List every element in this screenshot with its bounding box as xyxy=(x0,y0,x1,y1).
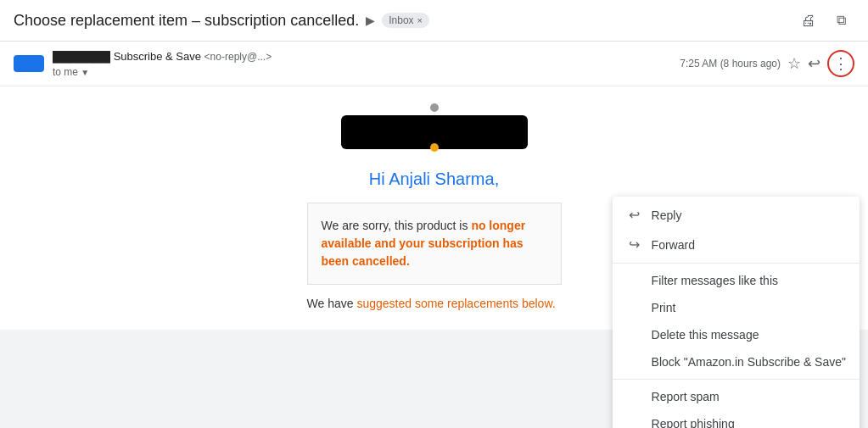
menu-item-filter[interactable]: Filter messages like this xyxy=(613,267,860,294)
menu-label-phishing: Report phishing xyxy=(652,417,735,428)
menu-label-forward: Forward xyxy=(652,238,695,252)
sender-name: ████████ Subscribe & Save <no-reply@...> xyxy=(53,50,272,63)
print-button[interactable]: 🖨 xyxy=(795,7,822,34)
menu-label-reply: Reply xyxy=(652,208,682,222)
sender-email: <no-reply@...> xyxy=(204,51,272,63)
new-window-icon: ⧉ xyxy=(837,13,846,28)
dropdown-menu: ↩Reply↪ForwardFilter messages like thisP… xyxy=(613,197,860,428)
menu-item-delete[interactable]: Delete this message xyxy=(613,321,860,348)
para1-text1: We are sorry, this product is xyxy=(322,219,472,232)
top-actions: 🖨 ⧉ xyxy=(795,7,854,34)
email-greeting: Hi Anjali Sharma, xyxy=(369,170,499,189)
menu-item-block[interactable]: Block "Amazon.in Subscribe & Save" xyxy=(613,348,860,375)
to-me-chevron: ▼ xyxy=(81,68,89,77)
brand-logo xyxy=(341,115,528,149)
menu-icon-reply: ↩ xyxy=(626,207,643,223)
menu-item-spam[interactable]: Report spam xyxy=(613,383,860,410)
print-icon: 🖨 xyxy=(801,12,816,30)
inbox-badge: Inbox × xyxy=(382,13,429,28)
email-meta: 7:25 AM (8 hours ago) ☆ ↩ ⋮ xyxy=(680,50,854,77)
forward-small-icon: ▶ xyxy=(366,14,375,27)
menu-label-spam: Report spam xyxy=(652,390,720,403)
email-header: ████████ Subscribe & Save <no-reply@...>… xyxy=(0,42,868,86)
email-text-second: We have suggested some replacements belo… xyxy=(307,295,562,313)
sender-info: ████████ Subscribe & Save <no-reply@...>… xyxy=(53,48,671,79)
email-body: Hi Anjali Sharma, We are sorry, this pro… xyxy=(0,86,868,330)
email-subject: Choose replacement item – subscription c… xyxy=(14,12,787,30)
menu-item-reply[interactable]: ↩Reply xyxy=(613,200,860,230)
menu-label-block: Block "Amazon.in Subscribe & Save" xyxy=(652,355,846,369)
small-dot xyxy=(430,103,439,112)
reply-icon[interactable]: ↩ xyxy=(808,54,820,73)
inbox-label: Inbox xyxy=(389,14,413,26)
para2-text1: We have xyxy=(307,297,357,310)
top-bar: Choose replacement item – subscription c… xyxy=(0,0,868,42)
brand-logo-dot xyxy=(430,143,439,152)
new-window-button[interactable]: ⧉ xyxy=(827,7,854,34)
inbox-close-icon[interactable]: × xyxy=(417,15,423,25)
star-icon[interactable]: ☆ xyxy=(787,54,801,73)
menu-item-print[interactable]: Print xyxy=(613,294,860,321)
subject-text: Choose replacement item – subscription c… xyxy=(14,12,359,30)
more-options-button[interactable]: ⋮ xyxy=(827,50,854,77)
more-dots-icon: ⋮ xyxy=(833,54,848,73)
menu-item-phishing[interactable]: Report phishing xyxy=(613,410,860,428)
menu-label-delete: Delete this message xyxy=(652,328,759,342)
menu-label-print: Print xyxy=(652,301,676,314)
menu-item-forward[interactable]: ↪Forward xyxy=(613,230,860,259)
menu-label-filter: Filter messages like this xyxy=(652,274,778,287)
email-text-box: We are sorry, this product is no longer … xyxy=(307,203,562,285)
sender-name-text: Subscribe & Save xyxy=(114,50,201,63)
para2-orange: suggested some replacements below. xyxy=(356,297,555,310)
avatar xyxy=(14,55,44,72)
brand-area xyxy=(51,103,817,153)
timestamp: 7:25 AM (8 hours ago) xyxy=(680,58,781,69)
menu-icon-forward: ↪ xyxy=(626,236,643,253)
to-me[interactable]: to me ▼ xyxy=(53,66,89,78)
